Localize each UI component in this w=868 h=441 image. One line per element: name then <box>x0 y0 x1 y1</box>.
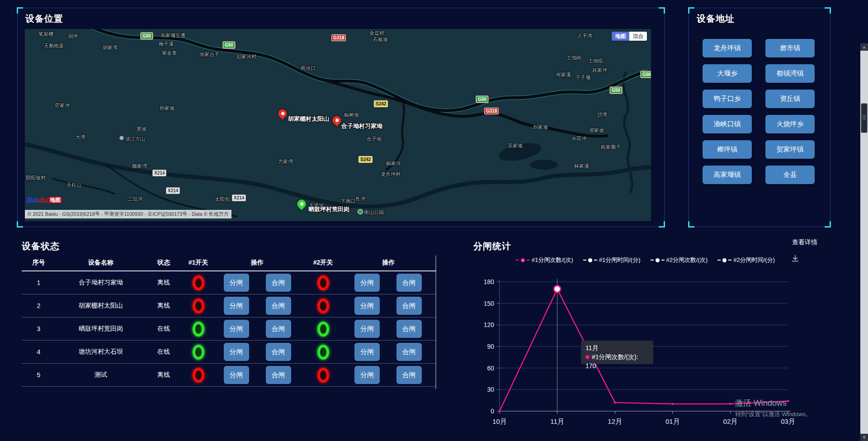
map-place-label: 吴家垴 <box>508 142 523 149</box>
map-pin-label: 晒鼓坪村荒田岗 <box>308 205 349 213</box>
panel-corner <box>17 221 23 228</box>
scrollbar-down-arrow[interactable]: ▼ <box>860 434 868 441</box>
map-place-label: 高家堰互通 <box>160 32 185 39</box>
address-button-资丘镇[interactable]: 资丘镇 <box>765 90 815 108</box>
address-button-贺家坪镇[interactable]: 贺家坪镇 <box>765 140 815 159</box>
panel-corner <box>825 221 831 228</box>
address-button-鸭子口乡[interactable]: 鸭子口乡 <box>703 90 752 108</box>
address-button-大堰乡[interactable]: 大堰乡 <box>703 64 752 83</box>
map-pin-label: 胡家棚村太阳山 <box>288 115 329 123</box>
trip-chart[interactable]: 030609012015018010月11月12月01月02月03月 <box>0 271 859 434</box>
address-button-火烧坪乡[interactable]: 火烧坪乡 <box>765 115 815 133</box>
svg-text:60: 60 <box>487 365 494 372</box>
address-button-榔坪镇[interactable]: 榔坪镇 <box>703 140 752 159</box>
map-pin-label: 合子坳村习家坳 <box>341 122 382 130</box>
address-button-都镇湾镇[interactable]: 都镇湾镇 <box>765 64 815 83</box>
table-header: 序号设备名称状态#1开关操作#2开关操作 <box>22 255 436 271</box>
scenic-icon <box>119 136 124 140</box>
map-place-label: 杨树坳 <box>344 112 359 119</box>
road-badge-G318: G318 <box>484 108 499 114</box>
map-place-label: 天鹅抱蛋 <box>44 43 64 49</box>
column-header: 设备名称 <box>56 259 146 267</box>
windows-activation-watermark: 激活 Windows 转到“设置”以激活 Windows。 <box>735 398 811 418</box>
map-place-label: 石板坡 <box>373 36 388 43</box>
legend-item[interactable]: #1分闸时间/(分) <box>583 256 641 264</box>
address-button-磨市镇[interactable]: 磨市镇 <box>765 39 815 57</box>
column-header: #2开关 <box>299 259 347 267</box>
panel-corner <box>825 7 831 14</box>
map-place-label: 三岔河 <box>128 195 143 202</box>
map-place-label: 颜家塆 <box>132 163 147 170</box>
map-place-label: 阴阳坡村 <box>26 175 46 181</box>
map-place-label: 管家坡 <box>589 127 604 134</box>
map-place-label: 土地咀 <box>588 57 603 64</box>
column-header: 序号 <box>22 259 56 267</box>
trip-stats-title: 分闸统计 <box>473 240 511 252</box>
map-place-label: 两河口 <box>301 65 316 72</box>
device-status-title: 设备状态 <box>22 240 60 252</box>
map-place-label: 龙舟坪村 <box>381 171 401 178</box>
road-badge-X214: X214 <box>152 170 166 176</box>
road-badge-S242: S242 <box>359 156 373 163</box>
chart-tooltip: 11月 #1分闸次数/(次): 170 <box>581 341 653 364</box>
map-place-label: 刘家垴 <box>533 124 548 131</box>
map-place-label: 洞坪 <box>68 33 78 40</box>
map-place-label: 笔架槽 <box>38 31 53 38</box>
map-place-label: 杨家河 <box>386 160 401 167</box>
address-button-龙舟坪镇[interactable]: 龙舟坪镇 <box>703 39 752 57</box>
legend-item[interactable]: #2分闸时间/(分) <box>717 256 775 264</box>
svg-text:150: 150 <box>484 300 495 307</box>
tooltip-month: 11月 <box>585 343 649 352</box>
download-icon[interactable] <box>791 254 799 264</box>
svg-text:11月: 11月 <box>550 417 564 425</box>
map-place-label: 人手湾 <box>577 33 592 39</box>
svg-text:01月: 01月 <box>665 417 680 425</box>
map-place-label: 欧家圈子 <box>601 144 621 151</box>
panel-corner <box>688 7 694 14</box>
panel-corner <box>659 221 665 228</box>
map-place-label: 官家冲 <box>55 102 70 109</box>
map-place-label: 水田冲 <box>571 135 586 142</box>
map-place-label: 贯坡 <box>137 126 146 133</box>
road-badge-G50: G50 <box>223 42 235 48</box>
map-place-label: 沙湾 <box>597 111 607 118</box>
map-place-label: 合子坳 <box>367 136 382 142</box>
device-address-title: 设备地址 <box>697 13 735 25</box>
map-type-map-button[interactable]: 地图 <box>612 32 629 41</box>
baidu-map[interactable]: 笔架槽洞坪高家堰互通金盆村石板坡天鹅抱蛋胡家湾梅子溪紫金寨张家台子彭家河村土地岭… <box>25 29 651 221</box>
map-attribution: © 2021 Baidu - GS(2019)5218号 - 甲测资字11009… <box>25 210 231 218</box>
window-scrollbar[interactable]: ▲ ▼ <box>860 43 868 441</box>
map-place-label: 方家塆 <box>278 158 293 165</box>
tooltip-series-value: #1分闸次数/(次): 170 <box>585 353 638 370</box>
device-location-title: 设备位置 <box>25 13 63 25</box>
map-place-label: 路家坪 <box>592 67 607 74</box>
map-type-hybrid-button[interactable]: 混合 <box>629 32 647 41</box>
scrollbar-up-arrow[interactable]: ▲ <box>860 43 868 51</box>
panel-corner <box>17 7 23 14</box>
address-button-高家堰镇[interactable]: 高家堰镇 <box>703 166 752 184</box>
legend-item[interactable]: #1分闸次数/(次) <box>516 256 573 264</box>
map-place-label: 天柱山 <box>66 182 81 189</box>
svg-text:10月: 10月 <box>492 417 507 425</box>
park-icon <box>358 209 363 214</box>
road-badge-G50: G50 <box>610 87 622 94</box>
map-place-label: 干子堰 <box>576 74 590 81</box>
scrollbar-thumb[interactable] <box>861 103 868 133</box>
road-badge-X214: X214 <box>166 187 180 194</box>
road-badge-G50: G50 <box>476 96 488 103</box>
panel-corner <box>659 7 665 14</box>
legend-item[interactable]: #2分闸次数/(次) <box>651 256 708 264</box>
svg-text:0: 0 <box>491 408 494 415</box>
column-header: 操作 <box>215 259 299 267</box>
map-place-label: 金盆村 <box>369 30 384 37</box>
address-button-渔峡口镇[interactable]: 渔峡口镇 <box>703 115 752 133</box>
svg-text:03月: 03月 <box>781 417 795 425</box>
address-button-全县[interactable]: 全县 <box>765 166 815 184</box>
chart-legend: #1分闸次数/(次)#1分闸时间/(分)#2分闸次数/(次)#2分闸时间/(分) <box>500 256 791 264</box>
map-place-label: 下渔口 <box>340 198 355 204</box>
svg-text:180: 180 <box>484 278 495 285</box>
view-details-link[interactable]: 查看详情 <box>792 238 817 247</box>
column-header: #1开关 <box>181 259 215 267</box>
address-button-grid: 龙舟坪镇磨市镇大堰乡都镇湾镇鸭子口乡资丘镇渔峡口镇火烧坪乡榔坪镇贺家坪镇高家堰镇… <box>703 39 816 184</box>
column-header: 操作 <box>347 259 430 267</box>
